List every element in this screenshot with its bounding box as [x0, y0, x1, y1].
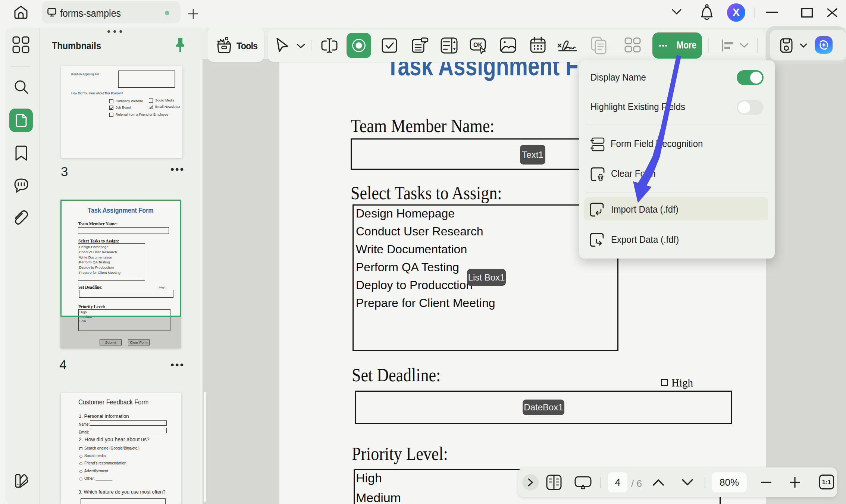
- svg-text:OK: OK: [473, 42, 482, 48]
